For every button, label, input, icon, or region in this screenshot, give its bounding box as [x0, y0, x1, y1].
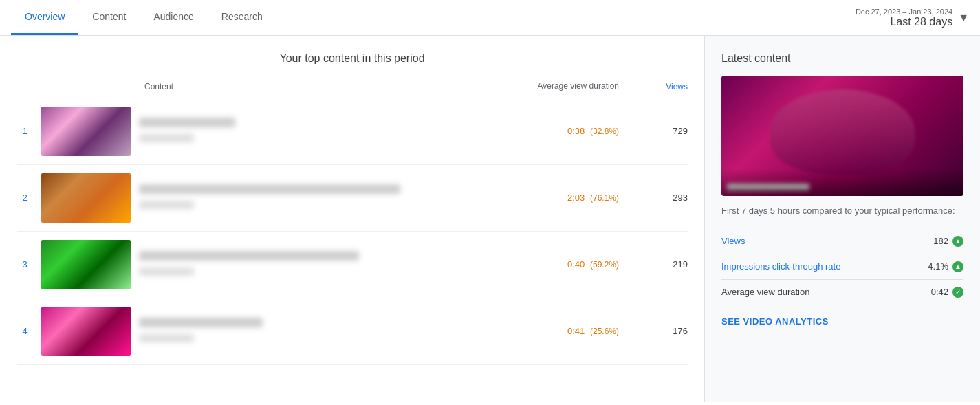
metric-ctr-number: 4.1% — [928, 261, 948, 272]
row-views: 729 — [619, 126, 688, 136]
row-thumbnail — [41, 173, 131, 223]
row-thumbnail — [41, 307, 131, 356]
arrow-up-icon: ▲ — [952, 261, 963, 272]
tab-audience[interactable]: Audience — [140, 0, 207, 35]
section-title: Your top content in this period — [17, 36, 688, 76]
sidebar-title: Latest content — [721, 52, 963, 65]
table-header: Content Average view duration Views — [17, 76, 688, 98]
tab-content[interactable]: Content — [78, 0, 140, 35]
row-info — [139, 318, 523, 344]
main-container: Your top content in this period Content … — [0, 36, 980, 402]
row-rank: 3 — [17, 259, 33, 270]
row-title — [139, 318, 263, 327]
table-row[interactable]: 4 0:41 (25.6%) 176 — [17, 298, 688, 365]
row-date — [139, 201, 194, 209]
col-header-avg: Average view duration — [523, 81, 619, 92]
arrow-up-icon: ▲ — [952, 236, 963, 247]
row-rank: 4 — [17, 326, 33, 336]
metric-value-avg-duration: 0:42 ✓ — [931, 287, 963, 298]
date-range-selector[interactable]: Dec 27, 2023 – Jan 23, 2024 Last 28 days… — [856, 8, 969, 28]
row-date — [139, 334, 194, 342]
metric-avg-duration-number: 0:42 — [931, 287, 948, 297]
row-info — [139, 184, 523, 211]
metric-views-number: 182 — [933, 236, 948, 246]
row-avg-duration: 0:40 (59.2%) — [523, 259, 619, 270]
metric-label-ctr[interactable]: Impressions click-through rate — [721, 261, 840, 272]
metric-row-views: Views 182 ▲ — [721, 229, 963, 254]
row-rank: 1 — [17, 126, 33, 136]
row-views: 176 — [619, 326, 688, 336]
row-avg-duration: 0:41 (25.6%) — [523, 326, 619, 336]
row-thumbnail — [41, 107, 131, 156]
row-date — [139, 134, 194, 142]
date-main-label: Last 28 days — [890, 16, 952, 28]
row-avg-duration: 2:03 (76.1%) — [523, 193, 619, 203]
row-avg-duration: 0:38 (32.8%) — [523, 126, 619, 136]
col-header-views: Views — [619, 82, 688, 91]
row-title — [139, 184, 400, 194]
nav-bar: Overview Content Audience Research Dec 2… — [0, 0, 980, 36]
date-sub-label: Dec 27, 2023 – Jan 23, 2024 — [856, 8, 952, 16]
col-header-content: Content — [139, 82, 523, 91]
row-views: 293 — [619, 193, 688, 203]
row-thumbnail — [41, 240, 131, 289]
metric-value-ctr: 4.1% ▲ — [928, 261, 963, 272]
row-date — [139, 267, 194, 276]
metric-row-ctr: Impressions click-through rate 4.1% ▲ — [721, 254, 963, 280]
latest-content-thumbnail[interactable] — [721, 76, 963, 196]
row-info — [139, 118, 523, 144]
table-row[interactable]: 2 2:03 (76.1%) 293 — [17, 165, 688, 232]
metric-label-views[interactable]: Views — [721, 236, 745, 246]
row-rank: 2 — [17, 193, 33, 203]
metric-value-views: 182 ▲ — [933, 236, 963, 247]
comparison-text: First 7 days 5 hours compared to your ty… — [721, 204, 963, 218]
check-icon: ✓ — [952, 287, 963, 298]
row-title — [139, 251, 359, 261]
sidebar: Latest content First 7 days 5 hours comp… — [705, 36, 980, 402]
metric-label-avg-duration: Average view duration — [721, 287, 809, 297]
date-range-text: Dec 27, 2023 – Jan 23, 2024 Last 28 days — [856, 8, 952, 28]
row-views: 219 — [619, 259, 688, 270]
row-info — [139, 251, 523, 278]
chevron-down-icon: ▼ — [958, 12, 969, 24]
row-title — [139, 118, 235, 127]
content-area: Your top content in this period Content … — [0, 36, 705, 402]
see-video-analytics-link[interactable]: SEE VIDEO ANALYTICS — [721, 316, 963, 327]
tab-research[interactable]: Research — [208, 0, 276, 35]
metric-row-avg-duration: Average view duration 0:42 ✓ — [721, 280, 963, 305]
table-row[interactable]: 3 0:40 (59.2%) 219 — [17, 232, 688, 298]
table-row[interactable]: 1 0:38 (32.8%) 729 — [17, 98, 688, 165]
tab-overview[interactable]: Overview — [11, 0, 78, 35]
